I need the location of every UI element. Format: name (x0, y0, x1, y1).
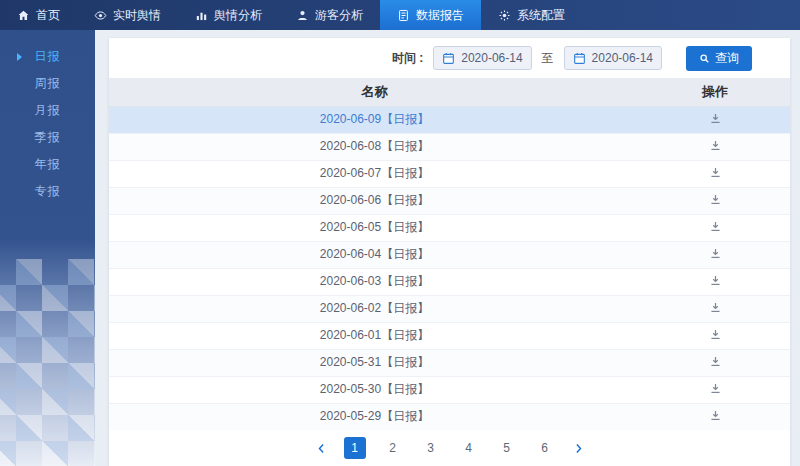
download-icon[interactable] (709, 355, 722, 368)
sidebar-item-label: 周报 (35, 75, 61, 92)
report-name: 2020-06-05【日报】 (109, 214, 640, 241)
sidebar-item-quarterly[interactable]: 季报 (0, 124, 95, 151)
report-action-cell (640, 349, 790, 376)
sidebar-item-annual[interactable]: 年报 (0, 151, 95, 178)
report-action-cell (640, 376, 790, 403)
page-button-3[interactable]: 3 (420, 437, 442, 459)
filter-bar: 时间 : 2020-06-14 至 2020-06-14 查询 (109, 38, 790, 78)
sidebar-item-label: 年报 (35, 156, 61, 173)
end-date-value: 2020-06-14 (592, 51, 653, 65)
report-action-cell (640, 322, 790, 349)
sidebar-item-special[interactable]: 专报 (0, 178, 95, 205)
nav-item-visitor[interactable]: 游客分析 (279, 0, 380, 30)
nav-item-label: 首页 (36, 7, 60, 24)
report-action-cell (640, 160, 790, 187)
prev-page-button[interactable] (315, 442, 328, 455)
table-row: 2020-05-31【日报】 (109, 349, 790, 376)
nav-item-realtime[interactable]: 实时舆情 (77, 0, 178, 30)
table-header-row: 名称 操作 (109, 78, 790, 106)
report-action-cell (640, 295, 790, 322)
gear-icon (498, 9, 511, 22)
report-name: 2020-06-08【日报】 (109, 133, 640, 160)
download-icon[interactable] (709, 139, 722, 152)
nav-item-report[interactable]: 数据报告 (380, 0, 481, 30)
app-window: 首页实时舆情舆情分析游客分析数据报告系统配置 日报周报月报季报年报专报 时间 :… (0, 0, 800, 466)
start-date-input[interactable]: 2020-06-14 (433, 46, 531, 70)
report-name: 2020-06-02【日报】 (109, 295, 640, 322)
next-page-button[interactable] (572, 442, 585, 455)
date-range-to-label: 至 (542, 50, 554, 67)
calendar-icon (573, 52, 586, 65)
sidebar-item-label: 日报 (35, 48, 61, 65)
page-button-1[interactable]: 1 (344, 437, 366, 459)
content-area: 时间 : 2020-06-14 至 2020-06-14 查询 (95, 30, 800, 466)
time-filter-label: 时间 : (392, 50, 423, 67)
nav-item-system[interactable]: 系统配置 (481, 0, 582, 30)
pagination: 123456 (109, 430, 790, 466)
table-row: 2020-06-09【日报】 (109, 106, 790, 133)
sidebar-item-label: 专报 (35, 183, 61, 200)
column-header-action: 操作 (640, 78, 790, 106)
page-button-2[interactable]: 2 (382, 437, 404, 459)
report-name: 2020-05-29【日报】 (109, 403, 640, 430)
sidebar-item-monthly[interactable]: 月报 (0, 97, 95, 124)
column-header-name: 名称 (109, 78, 640, 106)
download-icon[interactable] (709, 301, 722, 314)
table-row: 2020-05-30【日报】 (109, 376, 790, 403)
document-icon (397, 9, 410, 22)
nav-item-label: 系统配置 (517, 7, 565, 24)
download-icon[interactable] (709, 220, 722, 233)
download-icon[interactable] (709, 328, 722, 341)
page-button-4[interactable]: 4 (458, 437, 480, 459)
eye-icon (94, 9, 107, 22)
sidebar-item-weekly[interactable]: 周报 (0, 70, 95, 97)
sidebar-decoration (0, 259, 95, 466)
query-button-label: 查询 (715, 50, 739, 67)
report-action-cell (640, 268, 790, 295)
report-name: 2020-06-01【日报】 (109, 322, 640, 349)
report-card: 时间 : 2020-06-14 至 2020-06-14 查询 (109, 38, 790, 466)
report-action-cell (640, 187, 790, 214)
report-name: 2020-06-06【日报】 (109, 187, 640, 214)
chart-icon (195, 9, 208, 22)
table-row: 2020-06-03【日报】 (109, 268, 790, 295)
download-icon[interactable] (709, 166, 722, 179)
report-action-cell (640, 214, 790, 241)
sidebar-item-label: 月报 (35, 102, 61, 119)
nav-item-analysis[interactable]: 舆情分析 (178, 0, 279, 30)
person-icon (296, 9, 309, 22)
end-date-input[interactable]: 2020-06-14 (564, 46, 662, 70)
report-table-body: 2020-06-09【日报】2020-06-08【日报】2020-06-07【日… (109, 106, 790, 430)
sidebar-menu: 日报周报月报季报年报专报 (0, 30, 95, 205)
home-icon (17, 9, 30, 22)
top-nav: 首页实时舆情舆情分析游客分析数据报告系统配置 (0, 0, 800, 30)
download-icon[interactable] (709, 193, 722, 206)
report-action-cell (640, 133, 790, 160)
download-icon[interactable] (709, 382, 722, 395)
start-date-value: 2020-06-14 (461, 51, 522, 65)
report-action-cell (640, 106, 790, 133)
report-action-cell (640, 241, 790, 268)
main-area: 日报周报月报季报年报专报 时间 : 2020-06-14 至 2020-06-1… (0, 30, 800, 466)
table-row: 2020-05-29【日报】 (109, 403, 790, 430)
query-button[interactable]: 查询 (686, 46, 752, 71)
page-button-5[interactable]: 5 (496, 437, 518, 459)
download-icon[interactable] (709, 409, 722, 422)
table-row: 2020-06-06【日报】 (109, 187, 790, 214)
page-button-6[interactable]: 6 (534, 437, 556, 459)
nav-item-label: 数据报告 (416, 7, 464, 24)
nav-item-label: 游客分析 (315, 7, 363, 24)
download-icon[interactable] (709, 274, 722, 287)
table-row: 2020-06-02【日报】 (109, 295, 790, 322)
report-name: 2020-06-09【日报】 (109, 106, 640, 133)
search-icon (699, 53, 710, 64)
report-action-cell (640, 403, 790, 430)
sidebar-item-label: 季报 (35, 129, 61, 146)
table-row: 2020-06-05【日报】 (109, 214, 790, 241)
download-icon[interactable] (709, 247, 722, 260)
nav-item-label: 实时舆情 (113, 7, 161, 24)
nav-item-home[interactable]: 首页 (0, 0, 77, 30)
download-icon[interactable] (709, 112, 722, 125)
report-name: 2020-06-03【日报】 (109, 268, 640, 295)
sidebar-item-daily[interactable]: 日报 (0, 43, 95, 70)
